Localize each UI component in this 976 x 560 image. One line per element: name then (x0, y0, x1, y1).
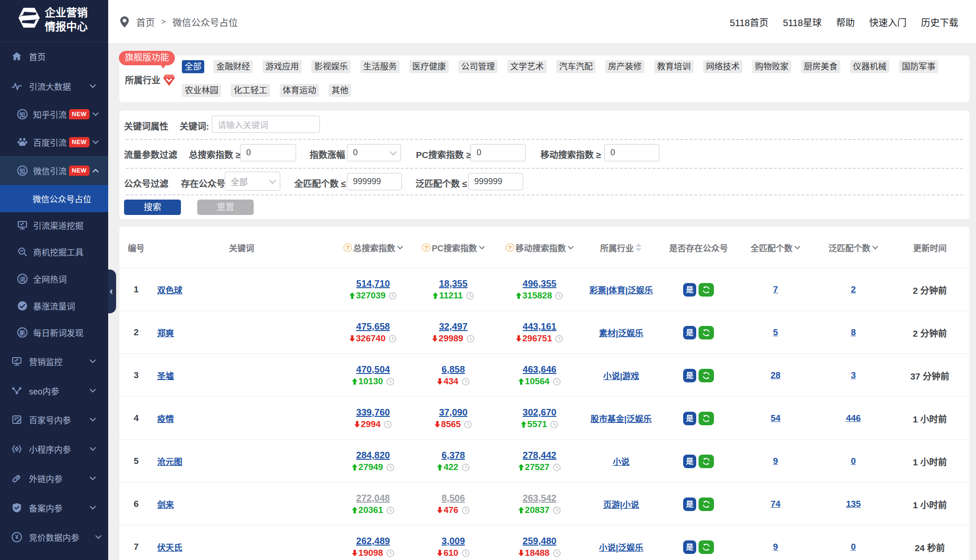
svg-text:?: ? (346, 244, 350, 251)
svg-text:?: ? (424, 244, 428, 251)
svg-text:?: ? (508, 244, 512, 251)
